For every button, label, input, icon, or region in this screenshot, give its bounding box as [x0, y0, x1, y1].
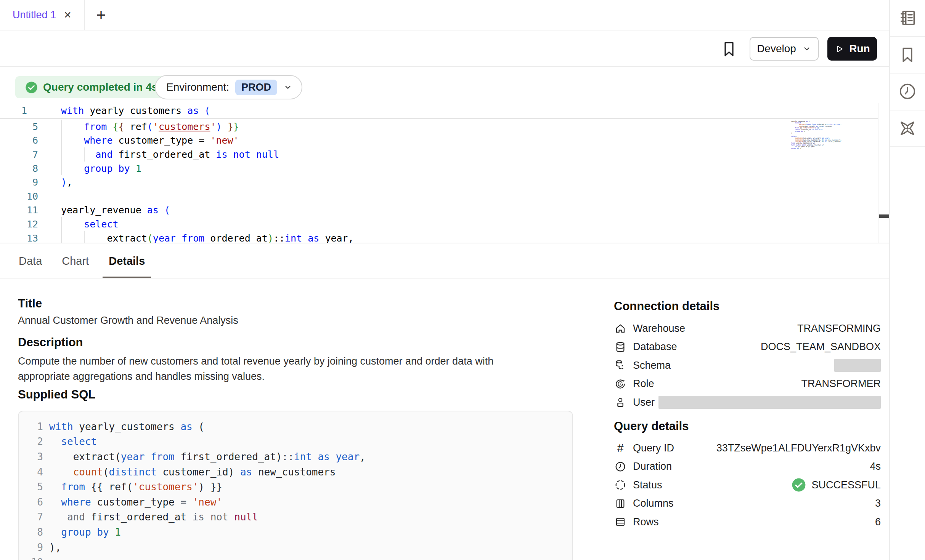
- tab-bar: Untitled 1 ✕ +: [0, 0, 889, 30]
- code-line: 11yearly_revenue as (: [0, 203, 889, 218]
- environment-value-chip: PROD: [235, 80, 277, 95]
- code-line: 10: [28, 555, 568, 560]
- redacted-value: [658, 396, 881, 409]
- rows-icon: [614, 515, 627, 528]
- detail-label: Query ID: [633, 442, 674, 454]
- warehouse-icon: [614, 322, 627, 335]
- code-line: 9),: [28, 540, 568, 555]
- plus-icon: +: [96, 6, 106, 24]
- code-line: 9),: [0, 175, 889, 189]
- code-line: 4 count(distinct customer_id) as new_cus…: [28, 464, 568, 480]
- query-row: Duration4s: [614, 458, 881, 476]
- check-circle-icon: [25, 81, 38, 94]
- query-details-rows: #Query ID33TZseWpe1ALFDUYerxR1gVKxbvDura…: [614, 439, 881, 531]
- play-icon: [834, 44, 845, 54]
- query-details-heading: Query details: [614, 419, 689, 433]
- success-check-icon: [792, 478, 806, 492]
- run-button[interactable]: Run: [827, 37, 877, 61]
- detail-label: User: [633, 397, 655, 408]
- detail-label: Rows: [633, 516, 659, 528]
- connection-details-heading: Connection details: [614, 299, 719, 313]
- role-icon: [614, 378, 627, 390]
- connection-row: Schema: [614, 356, 881, 375]
- title-heading: Title: [18, 297, 42, 310]
- query-row: Rows6: [614, 513, 881, 531]
- tab-untitled-1[interactable]: Untitled 1 ✕: [0, 0, 85, 30]
- status-value: SUCCESSFUL: [792, 478, 881, 492]
- develop-dropdown[interactable]: Develop: [750, 37, 819, 61]
- chevron-down-icon: [283, 83, 292, 92]
- user-icon: [614, 396, 627, 409]
- query-row: Columns3: [614, 494, 881, 513]
- sidebar-item-notebook[interactable]: [890, 0, 925, 37]
- query-row: #Query ID33TZseWpe1ALFDUYerxR1gVKxbv: [614, 439, 881, 458]
- code-line: 3 extract(year from first_ordered_at)::i…: [28, 449, 568, 464]
- sidebar-item-orchestrate[interactable]: [890, 110, 925, 147]
- detail-label: Warehouse: [633, 323, 685, 334]
- code-line: 1with yearly_customers as (: [28, 419, 568, 434]
- clock-icon: [614, 460, 627, 473]
- code-line: 8 group by 1: [0, 162, 889, 176]
- ide-app: Untitled 1 ✕ + Develop Run Query complet…: [0, 0, 925, 560]
- detail-label: Columns: [633, 498, 674, 509]
- columns-icon: [614, 497, 627, 510]
- status-row: Query completed in 4s Environment: PROD: [0, 67, 889, 103]
- tab-data[interactable]: Data: [18, 244, 43, 278]
- code-line: 6 where customer_type = 'new': [0, 134, 889, 148]
- right-sidebar: [889, 0, 925, 560]
- chevron-down-icon: [802, 44, 811, 53]
- toolbar: Develop Run: [0, 30, 889, 67]
- close-icon[interactable]: ✕: [64, 10, 72, 20]
- connection-row: RoleTRANSFORMER: [614, 375, 881, 394]
- detail-label: Database: [633, 341, 677, 353]
- editor-scrollbar[interactable]: [878, 103, 889, 243]
- code-line: 5 from {{ ref('customers') }}: [0, 120, 889, 134]
- results-tabs: DataChartDetails: [18, 244, 146, 278]
- hash-icon: #: [614, 442, 627, 454]
- bookmark-button[interactable]: [720, 40, 738, 58]
- connection-row: WarehouseTRANSFORMING: [614, 319, 881, 338]
- code-line: 13 extract(year from ordered_at)::int as…: [0, 231, 889, 243]
- spinner-icon: [614, 478, 627, 491]
- history-icon: [898, 82, 917, 101]
- tab-label: Untitled 1: [13, 9, 56, 21]
- detail-label: Schema: [633, 360, 671, 371]
- sidebar-item-history[interactable]: [890, 74, 925, 110]
- develop-label: Develop: [757, 43, 796, 55]
- editor-sticky-line: 1with yearly_customers as (: [0, 103, 878, 119]
- code-line: 8 group by 1: [28, 525, 568, 540]
- code-line: 10: [0, 189, 889, 203]
- detail-label: Duration: [633, 461, 672, 472]
- supplied-sql-heading: Supplied SQL: [18, 388, 95, 402]
- tab-chart[interactable]: Chart: [61, 244, 90, 278]
- sidebar-item-bookmarks[interactable]: [890, 37, 925, 74]
- environment-label: Environment:: [166, 81, 229, 93]
- schema-icon: [614, 359, 627, 372]
- code-line: 5 from {{ ref('customers') }}: [28, 479, 568, 494]
- tab-details[interactable]: Details: [108, 244, 146, 278]
- detail-label: Role: [633, 378, 654, 390]
- query-row: StatusSUCCESSFUL: [614, 476, 881, 494]
- sql-editor[interactable]: 5 from {{ ref('customers') }}6 where cus…: [0, 103, 889, 243]
- detail-value: TRANSFORMING: [797, 323, 881, 334]
- new-tab-button[interactable]: +: [92, 6, 111, 25]
- title-value: Annual Customer Growth and Revenue Analy…: [18, 315, 238, 326]
- detail-value: DOCS_TEAM_SANDBOX: [761, 341, 881, 353]
- editor-lines: 5 from {{ ref('customers') }}6 where cus…: [0, 120, 889, 243]
- detail-value: 6: [875, 516, 881, 528]
- description-value: Compute the number of new customers and …: [18, 354, 533, 384]
- scrollbar-thumb[interactable]: [879, 214, 889, 218]
- environment-selector[interactable]: Environment: PROD: [155, 75, 302, 99]
- connection-row: DatabaseDOCS_TEAM_SANDBOX: [614, 338, 881, 357]
- code-line: 6 where customer_type = 'new': [28, 494, 568, 510]
- code-line: 12 select: [0, 217, 889, 231]
- code-line: 7 and first_ordered_at is not null: [0, 147, 889, 162]
- description-heading: Description: [18, 336, 83, 349]
- detail-value: TRANSFORMER: [801, 378, 881, 390]
- results-tabs-border: [0, 278, 889, 278]
- detail-label: Status: [633, 479, 662, 491]
- connection-row: User: [614, 393, 881, 412]
- code-line: 7 and first_ordered_at is not null: [28, 510, 568, 525]
- supplied-sql-card: 1with yearly_customers as (2 select3 ext…: [18, 411, 573, 560]
- code-line: 2 select: [28, 434, 568, 450]
